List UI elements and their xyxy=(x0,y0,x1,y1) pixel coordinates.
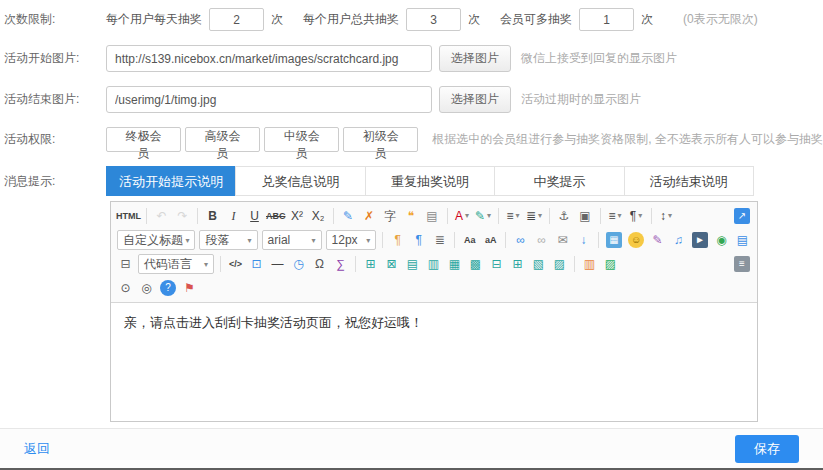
delete-row-icon[interactable]: ▦ xyxy=(445,254,464,274)
horizontal-rule-icon[interactable]: — xyxy=(268,254,287,274)
start-image-pick-button[interactable]: 选择图片 xyxy=(439,45,511,72)
font-size-select-value: 12px xyxy=(332,233,358,247)
page-break-icon[interactable]: ⊟ xyxy=(116,254,135,274)
print-icon[interactable]: ≡ xyxy=(734,256,750,272)
custom-title-select-value: 自定义标题 xyxy=(123,232,183,249)
end-image-hint: 活动过期时的显示图片 xyxy=(521,91,641,108)
video-icon[interactable]: ► xyxy=(692,232,708,248)
snapscreen-icon[interactable]: ⊡ xyxy=(247,254,266,274)
delete-table-icon[interactable]: ⊠ xyxy=(382,254,401,274)
highlight-color-icon[interactable]: ✎▾ xyxy=(474,206,493,226)
insert-table-icon[interactable]: ⊞ xyxy=(361,254,380,274)
insert-image-icon[interactable]: ▦ xyxy=(606,232,622,248)
font-family-select[interactable]: arial▾ xyxy=(262,230,322,250)
format-painter-icon[interactable]: ✎ xyxy=(339,206,358,226)
toolbar-separator xyxy=(598,232,599,248)
start-image-input[interactable] xyxy=(106,45,432,72)
formula-icon[interactable]: ∑ xyxy=(331,254,350,274)
tab-activity-end[interactable]: 活动结束说明 xyxy=(624,166,754,196)
preview-icon[interactable]: ⚑ xyxy=(180,278,199,298)
total-input[interactable] xyxy=(406,8,461,31)
italic-icon[interactable]: I xyxy=(224,206,243,226)
redo-icon[interactable]: ↷ xyxy=(173,206,192,226)
custom-title-select[interactable]: 自定义标题▾ xyxy=(117,230,195,250)
insert-frame-icon[interactable]: ▣ xyxy=(576,206,595,226)
toolbar-separator xyxy=(505,232,506,248)
unordered-list-icon[interactable]: ≣▾ xyxy=(525,206,544,226)
font-color-icon[interactable]: A▾ xyxy=(453,206,472,226)
settings-form: 次数限制: 每个用户每天抽奖 次 每个用户总共抽奖 次 会员可多抽奖 次 (0表… xyxy=(0,0,823,422)
search-icon[interactable]: ⊙ xyxy=(116,278,135,298)
special-char-icon[interactable]: Ω xyxy=(310,254,329,274)
case-lower-icon[interactable]: aA xyxy=(481,230,500,250)
tab-redeem-info[interactable]: 兑奖信息说明 xyxy=(235,166,365,196)
chevron-down-icon: ▾ xyxy=(668,212,672,220)
paragraph-select[interactable]: 段落▾ xyxy=(199,230,257,250)
superscript-icon[interactable]: X² xyxy=(288,206,307,226)
emotion-icon[interactable]: ☺ xyxy=(628,232,644,248)
download-icon[interactable]: ↓ xyxy=(574,230,593,250)
unlink-icon[interactable]: ∞ xyxy=(532,230,551,250)
auto-typeset-icon[interactable]: 字 xyxy=(381,206,400,226)
member-extra-input[interactable] xyxy=(579,8,634,31)
line-height-icon[interactable]: ↕▾ xyxy=(657,206,676,226)
font-size-select[interactable]: 12px▾ xyxy=(326,230,377,250)
insert-row-icon[interactable]: ▤ xyxy=(403,254,422,274)
link-icon[interactable]: ∞ xyxy=(511,230,530,250)
table-sort-icon[interactable]: ▨ xyxy=(550,254,569,274)
end-image-label: 活动结束图片: xyxy=(4,91,106,108)
split-cells-icon[interactable]: ⊞ xyxy=(508,254,527,274)
insert-col-icon[interactable]: ▥ xyxy=(424,254,443,274)
subscript-icon[interactable]: X₂ xyxy=(309,206,328,226)
save-button[interactable]: 保存 xyxy=(735,435,799,463)
dir-ltr-icon[interactable]: ¶ xyxy=(388,230,407,250)
fullscreen-icon[interactable]: ↗ xyxy=(734,208,750,224)
end-image-pick-button[interactable]: 选择图片 xyxy=(439,86,511,113)
mail-icon[interactable]: ✉ xyxy=(553,230,572,250)
date-time-icon[interactable]: ◷ xyxy=(289,254,308,274)
ordered-list-icon[interactable]: ≡▾ xyxy=(504,206,523,226)
help-icon[interactable]: ? xyxy=(160,280,176,296)
tab-activity-start-tip[interactable]: 活动开始提示说明 xyxy=(106,166,236,196)
strikethrough-icon[interactable]: ABC xyxy=(266,206,286,226)
permission-option-senior[interactable]: 高级会员 xyxy=(185,127,260,152)
source-html-button[interactable]: HTML xyxy=(116,206,141,226)
underline-icon[interactable]: U xyxy=(245,206,264,226)
message-tabs: 活动开始提示说明 兑奖信息说明 重复抽奖说明 中奖提示 活动结束说明 xyxy=(106,166,754,196)
music-icon[interactable]: ♫ xyxy=(669,230,688,250)
tab-winning-tip[interactable]: 中奖提示 xyxy=(494,166,624,196)
back-link[interactable]: 返回 xyxy=(24,440,50,458)
dir-rtl-icon[interactable]: ¶ xyxy=(409,230,428,250)
indent-icon[interactable]: ≣ xyxy=(430,230,449,250)
delete-col-icon[interactable]: ▩ xyxy=(466,254,485,274)
tab-repeat-draw[interactable]: 重复抽奖说明 xyxy=(365,166,495,196)
insert-code-icon[interactable]: </> xyxy=(226,254,245,274)
permission-option-ultimate[interactable]: 终极会员 xyxy=(106,127,181,152)
code-language-select[interactable]: 代码语言▾ xyxy=(138,254,214,274)
start-image-hint: 微信上接受到回复的显示图片 xyxy=(521,50,677,67)
merge-cells-icon[interactable]: ⊟ xyxy=(487,254,506,274)
word-import-icon[interactable]: ▤ xyxy=(733,230,752,250)
scrawl-icon[interactable]: ✎ xyxy=(648,230,667,250)
bold-icon[interactable]: B xyxy=(203,206,222,226)
permission-option-junior[interactable]: 初级会员 xyxy=(343,127,418,152)
paste-filter-icon[interactable]: ▤ xyxy=(423,206,442,226)
remove-format-icon[interactable]: ✗ xyxy=(360,206,379,226)
search-replace-icon[interactable]: ◎ xyxy=(137,278,156,298)
case-upper-icon[interactable]: Aa xyxy=(460,230,479,250)
editor-content[interactable]: 亲，请点击进入刮刮卡抽奖活动页面，祝您好运哦！ xyxy=(111,303,757,421)
blockquote-icon[interactable]: ❝ xyxy=(402,206,421,226)
chart-icon[interactable]: ▥ xyxy=(580,254,599,274)
paragraph-format-icon[interactable]: ¶▾ xyxy=(627,206,646,226)
permission-option-middle[interactable]: 中级会员 xyxy=(264,127,339,152)
permission-label: 活动权限: xyxy=(4,131,106,148)
permission-field: 终极会员 高级会员 中级会员 初级会员 根据选中的会员组进行参与抽奖资格限制, … xyxy=(106,127,823,152)
align-left-icon[interactable]: ≡▾ xyxy=(606,206,625,226)
table-title-icon[interactable]: ▧ xyxy=(529,254,548,274)
map-icon[interactable]: ◉ xyxy=(712,230,731,250)
undo-icon[interactable]: ↶ xyxy=(152,206,171,226)
end-image-input[interactable] xyxy=(106,86,432,113)
background-icon[interactable]: ▨ xyxy=(601,254,620,274)
per-day-input[interactable] xyxy=(209,8,264,31)
anchor-icon[interactable]: ⚓ xyxy=(555,206,574,226)
